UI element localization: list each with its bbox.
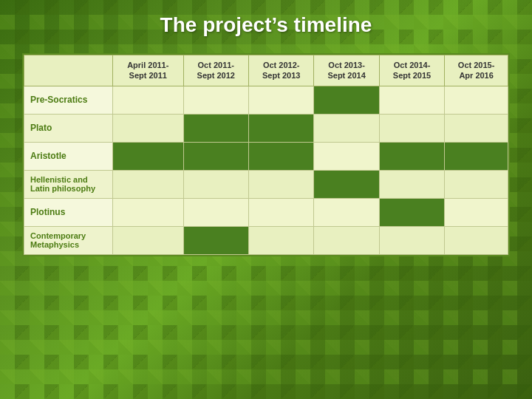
cell-2-5 bbox=[445, 142, 508, 170]
table-row: Pre-Socratics bbox=[24, 86, 508, 114]
col-header-4: Oct 2013-Sept 2014 bbox=[314, 55, 379, 86]
cell-3-1 bbox=[183, 170, 248, 198]
table-row: Plotinus bbox=[24, 198, 508, 226]
col-header-2: Oct 2011-Sept 2012 bbox=[183, 55, 248, 86]
cell-0-1 bbox=[183, 86, 248, 114]
cell-2-2 bbox=[248, 142, 313, 170]
cell-4-2 bbox=[248, 198, 313, 226]
background: The project’s timeline April 2011-Sept 2… bbox=[0, 0, 532, 399]
cell-5-5 bbox=[445, 226, 508, 254]
cell-3-3 bbox=[314, 170, 379, 198]
cell-0-5 bbox=[445, 86, 508, 114]
page-title: The project’s timeline bbox=[160, 13, 372, 37]
row-label-5: Contemporary Metaphysics bbox=[24, 226, 113, 254]
cell-3-2 bbox=[248, 170, 313, 198]
cell-1-4 bbox=[379, 114, 444, 142]
cell-5-0 bbox=[113, 226, 184, 254]
row-label-1: Plato bbox=[24, 114, 113, 142]
cell-5-1 bbox=[183, 226, 248, 254]
col-header-3: Oct 2012-Sept 2013 bbox=[248, 55, 313, 86]
timeline-table-wrapper: April 2011-Sept 2011 Oct 2011-Sept 2012 … bbox=[22, 53, 510, 256]
cell-1-3 bbox=[314, 114, 379, 142]
row-label-0: Pre-Socratics bbox=[24, 86, 113, 114]
cell-2-3 bbox=[314, 142, 379, 170]
row-label-3: Hellenistic and Latin philosophy bbox=[24, 170, 113, 198]
table-row: Plato bbox=[24, 114, 508, 142]
cell-3-5 bbox=[445, 170, 508, 198]
cell-0-2 bbox=[248, 86, 313, 114]
cell-3-4 bbox=[379, 170, 444, 198]
table-header-row: April 2011-Sept 2011 Oct 2011-Sept 2012 … bbox=[24, 55, 508, 86]
col-header-6: Oct 2015-Apr 2016 bbox=[445, 55, 508, 86]
cell-0-0 bbox=[113, 86, 184, 114]
row-label-2: Aristotle bbox=[24, 142, 113, 170]
table-row: Contemporary Metaphysics bbox=[24, 226, 508, 254]
col-header-5: Oct 2014-Sept 2015 bbox=[379, 55, 444, 86]
cell-5-2 bbox=[248, 226, 313, 254]
cell-5-4 bbox=[379, 226, 444, 254]
cell-4-3 bbox=[314, 198, 379, 226]
cell-5-3 bbox=[314, 226, 379, 254]
row-label-4: Plotinus bbox=[24, 198, 113, 226]
cell-0-4 bbox=[379, 86, 444, 114]
cell-4-4 bbox=[379, 198, 444, 226]
cell-3-0 bbox=[113, 170, 184, 198]
cell-1-5 bbox=[445, 114, 508, 142]
table-row: Aristotle bbox=[24, 142, 508, 170]
col-header-0 bbox=[24, 55, 113, 86]
cell-1-0 bbox=[113, 114, 184, 142]
cell-2-1 bbox=[183, 142, 248, 170]
cell-0-3 bbox=[314, 86, 379, 114]
main-content: The project’s timeline April 2011-Sept 2… bbox=[22, 13, 510, 256]
cell-2-4 bbox=[379, 142, 444, 170]
cell-2-0 bbox=[113, 142, 184, 170]
col-header-1: April 2011-Sept 2011 bbox=[113, 55, 184, 86]
cell-4-0 bbox=[113, 198, 184, 226]
cell-1-1 bbox=[183, 114, 248, 142]
cell-4-5 bbox=[445, 198, 508, 226]
timeline-table: April 2011-Sept 2011 Oct 2011-Sept 2012 … bbox=[24, 55, 508, 255]
table-row: Hellenistic and Latin philosophy bbox=[24, 170, 508, 198]
cell-1-2 bbox=[248, 114, 313, 142]
cell-4-1 bbox=[183, 198, 248, 226]
